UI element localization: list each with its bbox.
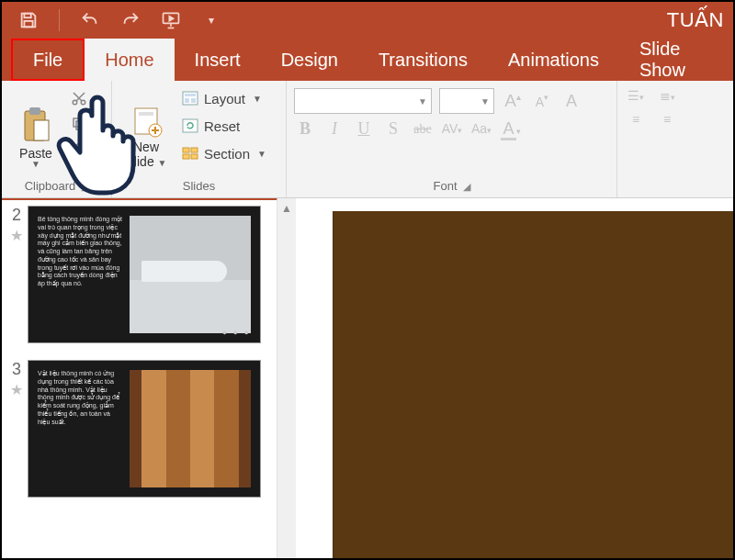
slide-number: 3 (12, 360, 21, 379)
slide-thumbnail[interactable]: Vật liệu thông minh có ứng dụng trong th… (28, 360, 261, 498)
tab-home[interactable]: Home (85, 39, 174, 81)
text-shadow-button[interactable]: S (382, 119, 404, 139)
slide-number: 2 (12, 206, 21, 225)
group-paragraph: ☰▾ ≣▾ ≡ ≡ (617, 81, 733, 197)
scroll-up-icon[interactable]: ▲ (281, 198, 292, 215)
font-size-combo[interactable]: ▼ (439, 88, 494, 114)
svg-rect-8 (76, 121, 85, 129)
quick-access-toolbar: ▾ (2, 9, 221, 31)
svg-rect-0 (24, 14, 30, 18)
qat-divider (59, 9, 60, 31)
svg-rect-18 (183, 148, 189, 152)
tab-design[interactable]: Design (261, 39, 358, 81)
new-slide-button[interactable]: New Slide ▼ (119, 84, 173, 169)
italic-button[interactable]: I (323, 119, 345, 139)
thumbnail-text: Bê tông thông minh đóng một vai trò quan… (38, 216, 122, 333)
transition-star-icon: ★ (10, 381, 23, 398)
svg-rect-5 (34, 120, 49, 140)
svg-rect-1 (24, 21, 32, 27)
ribbon-tabs: File Home Insert Design Transitions Anim… (2, 39, 733, 81)
paste-button[interactable]: Paste ▼ (9, 84, 62, 169)
dialog-launcher-icon[interactable]: ◢ (81, 181, 88, 192)
group-font: ▼ ▼ A▴ A▾ A B I U S abc AV▾ Aa▾ A▾ Font◢ (287, 81, 617, 197)
svg-rect-17 (183, 119, 198, 132)
svg-rect-21 (191, 154, 198, 159)
decrease-font-icon[interactable]: A▾ (531, 92, 553, 111)
tab-insert[interactable]: Insert (175, 39, 261, 81)
bold-button[interactable]: B (294, 119, 316, 139)
slide-thumbnail-panel[interactable]: 2 ★ Bê tông thông minh đóng một vai trò … (2, 197, 277, 558)
tab-file[interactable]: File (11, 39, 85, 81)
new-slide-label-2: Slide (126, 154, 154, 169)
copy-icon[interactable] (68, 114, 90, 134)
slide-thumbnail[interactable]: Bê tông thông minh đóng một vai trò quan… (28, 206, 261, 343)
section-label: Section (204, 146, 250, 162)
group-clipboard: Paste ▼ Clipboard◢ (2, 81, 112, 197)
svg-rect-15 (185, 98, 189, 103)
group-font-label: Font (433, 179, 457, 193)
font-color-button[interactable]: A▾ (500, 119, 522, 139)
group-slides-label: Slides (119, 177, 278, 196)
workspace: 2 ★ Bê tông thông minh đóng một vai trò … (2, 198, 733, 558)
chevron-down-icon: ▼ (481, 96, 490, 106)
slideshow-from-start-icon[interactable] (161, 10, 181, 30)
undo-icon[interactable] (80, 10, 100, 30)
thumbnail-image (130, 370, 251, 487)
group-slides: New Slide ▼ Layout▼ Reset Section▼ (112, 81, 287, 197)
underline-button[interactable]: U (353, 119, 375, 139)
numbering-icon[interactable]: ≣▾ (656, 88, 678, 103)
thumbnail-scrollbar[interactable]: ▲ (277, 198, 296, 558)
slide-canvas-area (296, 198, 733, 558)
chevron-down-icon: ▼ (418, 96, 427, 106)
chevron-down-icon: ▼ (257, 149, 266, 159)
group-clipboard-label: Clipboard (25, 179, 76, 193)
thumbnail-image (130, 216, 251, 333)
align-center-icon[interactable]: ≡ (656, 112, 678, 127)
reset-label: Reset (204, 118, 240, 134)
thumbnail-row[interactable]: 2 ★ Bê tông thông minh đóng một vai trò … (6, 206, 277, 343)
svg-rect-20 (191, 148, 198, 152)
layout-label: Layout (204, 91, 245, 106)
chevron-down-icon: ▼ (158, 158, 167, 168)
chevron-down-icon: ▼ (31, 159, 40, 169)
svg-rect-4 (29, 107, 40, 115)
chevron-down-icon: ▼ (253, 94, 262, 104)
ribbon: Paste ▼ Clipboard◢ (2, 81, 733, 198)
new-slide-label-1: New (133, 140, 159, 154)
bullets-icon[interactable]: ☰▾ (625, 88, 647, 103)
redo-icon[interactable] (120, 10, 141, 30)
transition-star-icon: ★ (10, 227, 23, 244)
change-case-button[interactable]: Aa▾ (470, 121, 492, 137)
svg-rect-19 (183, 154, 189, 159)
svg-rect-11 (139, 112, 153, 116)
strikethrough-button[interactable]: abc (412, 122, 434, 137)
section-button[interactable]: Section▼ (178, 141, 270, 165)
svg-rect-9 (74, 118, 82, 127)
thumbnail-dots-icon: ● ● ● (222, 328, 251, 337)
svg-rect-16 (191, 98, 196, 103)
tab-slideshow[interactable]: Slide Show (619, 39, 733, 81)
svg-rect-14 (185, 94, 196, 96)
align-left-icon[interactable]: ≡ (625, 112, 647, 127)
slide-canvas[interactable] (333, 211, 733, 558)
clear-formatting-icon[interactable]: A (560, 92, 582, 111)
document-name: TUẤN (667, 8, 733, 32)
cut-icon[interactable] (68, 88, 90, 108)
thumbnail-text: Vật liệu thông minh có ứng dụng trong th… (38, 370, 122, 487)
layout-button[interactable]: Layout▼ (178, 86, 270, 110)
format-painter-icon[interactable] (68, 140, 90, 160)
dialog-launcher-icon[interactable]: ◢ (463, 181, 470, 192)
save-icon[interactable] (18, 10, 39, 30)
tab-transitions[interactable]: Transitions (358, 39, 488, 81)
character-spacing-button[interactable]: AV▾ (441, 121, 463, 137)
font-name-combo[interactable]: ▼ (294, 88, 432, 114)
thumbnail-row[interactable]: 3 ★ Vật liệu thông minh có ứng dụng tron… (6, 360, 277, 498)
reset-button[interactable]: Reset (178, 114, 270, 138)
title-bar: ▾ TUẤN (2, 2, 733, 39)
increase-font-icon[interactable]: A▴ (502, 91, 524, 111)
tab-animations[interactable]: Animations (488, 39, 619, 81)
qat-customize-icon[interactable]: ▾ (201, 10, 221, 30)
